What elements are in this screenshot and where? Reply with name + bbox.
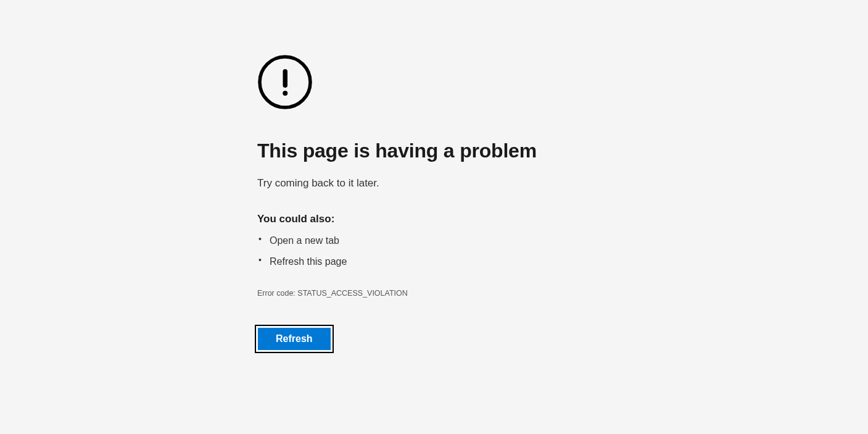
error-heading: This page is having a problem: [257, 140, 555, 162]
error-page-container: This page is having a problem Try coming…: [0, 0, 555, 351]
refresh-button[interactable]: Refresh: [257, 327, 331, 351]
exclamation-circle-icon: [257, 54, 555, 110]
svg-point-2: [283, 91, 287, 96]
error-subtext: Try coming back to it later.: [257, 177, 555, 190]
error-code-text: Error code: STATUS_ACCESS_VIOLATION: [257, 289, 555, 298]
list-item: Open a new tab: [257, 234, 555, 248]
list-item: Refresh this page: [257, 255, 555, 269]
svg-rect-1: [283, 69, 288, 88]
suggestions-list: Open a new tab Refresh this page: [257, 234, 555, 269]
suggestions-heading: You could also:: [257, 213, 555, 225]
